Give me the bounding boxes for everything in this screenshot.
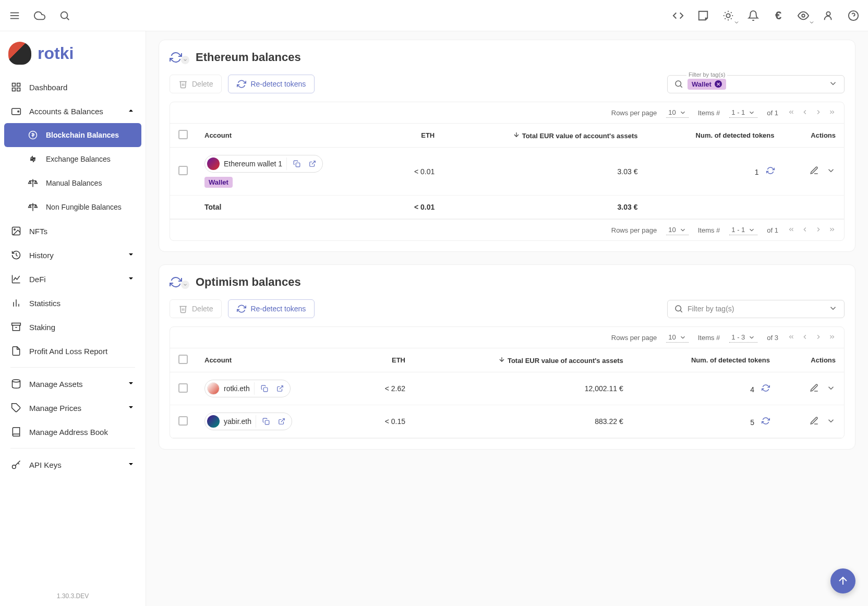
scroll-to-top-button[interactable]	[830, 568, 855, 593]
edit-icon[interactable]	[810, 416, 819, 427]
remove-tag-icon[interactable]: ✕	[715, 80, 722, 88]
notifications-icon[interactable]	[747, 9, 760, 22]
row-checkbox[interactable]	[178, 416, 188, 426]
refresh-tokens-icon[interactable]	[766, 168, 775, 176]
nav-defi[interactable]: DeFi	[4, 267, 141, 291]
nav-exchange-balances[interactable]: Exchange Balances	[4, 147, 141, 171]
chevron-down-icon[interactable]	[181, 281, 189, 289]
help-icon[interactable]	[847, 9, 860, 22]
delete-button[interactable]: Delete	[170, 75, 222, 93]
copy-icon[interactable]	[259, 383, 270, 394]
nav-accounts-balances[interactable]: Accounts & Balances	[4, 99, 141, 123]
privacy-icon[interactable]	[797, 9, 810, 22]
total-eur-value: 12,002.11 €	[414, 372, 632, 405]
first-page-icon[interactable]	[788, 226, 795, 235]
row-checkbox[interactable]	[178, 383, 188, 393]
last-page-icon[interactable]	[828, 226, 836, 235]
redetect-tokens-button[interactable]: Re-detect tokens	[228, 299, 315, 318]
user-icon[interactable]	[822, 9, 835, 22]
select-all-checkbox[interactable]	[178, 130, 188, 139]
chevron-down-icon[interactable]	[828, 304, 838, 314]
external-link-icon[interactable]	[307, 158, 318, 169]
delete-button[interactable]: Delete	[170, 299, 222, 318]
nav-statistics[interactable]: Statistics	[4, 291, 141, 315]
brand[interactable]: rotki	[0, 31, 146, 75]
chevron-down-icon[interactable]	[181, 56, 189, 64]
col-tokens[interactable]: Num. of detected tokens	[646, 124, 782, 148]
col-tokens[interactable]: Num. of detected tokens	[632, 348, 778, 372]
image-icon	[10, 225, 22, 237]
last-page-icon[interactable]	[828, 108, 836, 117]
edit-icon[interactable]	[810, 166, 819, 177]
first-page-icon[interactable]	[788, 108, 795, 117]
nav-manage-assets[interactable]: Manage Assets	[4, 372, 141, 396]
nav-dashboard[interactable]: Dashboard	[4, 75, 141, 99]
refresh-tokens-icon[interactable]	[762, 385, 770, 394]
chart-icon	[10, 273, 22, 285]
redetect-tokens-button[interactable]: Re-detect tokens	[228, 75, 315, 93]
last-page-icon[interactable]	[828, 333, 836, 342]
copy-icon[interactable]	[291, 158, 303, 169]
nav-label: Profit And Loss Report	[29, 347, 107, 356]
nav-nfts[interactable]: NFTs	[4, 219, 141, 243]
col-total-eur[interactable]: Total EUR value of account's assets	[414, 348, 632, 372]
items-range-select[interactable]: 1 - 3	[729, 332, 757, 343]
prev-page-icon[interactable]	[801, 333, 809, 342]
tag-filter-input[interactable]: Filter by tag(s)	[667, 300, 845, 318]
nav-label: Manage Prices	[29, 404, 81, 413]
prev-page-icon[interactable]	[801, 108, 809, 117]
expand-icon[interactable]	[826, 166, 836, 177]
refresh-tokens-icon[interactable]	[762, 418, 770, 427]
nav-manage-prices[interactable]: Manage Prices	[4, 396, 141, 420]
refresh-section-button[interactable]	[170, 51, 189, 64]
col-account[interactable]: Account	[196, 348, 356, 372]
nav-label: Accounts & Balances	[29, 107, 103, 116]
col-total-eur[interactable]: Total EUR value of account's assets	[443, 124, 646, 148]
nav-address-book[interactable]: Manage Address Book	[4, 420, 141, 444]
refresh-section-button[interactable]	[170, 275, 189, 289]
copy-icon[interactable]	[260, 416, 272, 427]
bar-icon	[10, 297, 22, 309]
filter-tag-chip[interactable]: Wallet✕	[688, 79, 726, 90]
col-eth[interactable]: ETH	[356, 348, 414, 372]
nav-history[interactable]: History	[4, 243, 141, 267]
items-range-select[interactable]: 1 - 1	[729, 225, 757, 235]
next-page-icon[interactable]	[815, 226, 822, 235]
nav-pnl[interactable]: Profit And Loss Report	[4, 339, 141, 363]
items-range-select[interactable]: 1 - 1	[729, 107, 757, 118]
select-all-checkbox[interactable]	[178, 355, 188, 364]
code-icon[interactable]	[672, 9, 684, 22]
external-link-icon[interactable]	[274, 383, 286, 394]
edit-icon[interactable]	[810, 383, 819, 394]
nav-api-keys[interactable]: API Keys	[4, 453, 141, 477]
nav-nft-balances[interactable]: Non Fungible Balances	[4, 195, 141, 219]
note-icon[interactable]	[697, 9, 709, 22]
nav-blockchain-balances[interactable]: Blockchain Balances	[4, 123, 141, 147]
chevron-down-icon[interactable]	[828, 79, 838, 90]
currency-icon[interactable]: €	[772, 9, 785, 22]
theme-icon[interactable]	[722, 9, 734, 22]
filter-placeholder: Filter by tag(s)	[688, 305, 824, 313]
rows-per-page-select[interactable]: 10	[666, 107, 688, 118]
first-page-icon[interactable]	[788, 333, 795, 342]
row-checkbox[interactable]	[178, 166, 188, 175]
col-eth[interactable]: ETH	[390, 124, 443, 148]
nav-label: Blockchain Balances	[46, 131, 119, 139]
database-icon	[10, 378, 22, 390]
tag-filter-input[interactable]: Filter by tag(s) Wallet✕	[667, 75, 845, 93]
nav-manual-balances[interactable]: Manual Balances	[4, 171, 141, 195]
cloud-icon[interactable]	[33, 9, 46, 22]
rows-per-page-select[interactable]: 10	[666, 225, 688, 235]
search-icon[interactable]	[58, 9, 71, 22]
next-page-icon[interactable]	[815, 108, 822, 117]
prev-page-icon[interactable]	[801, 226, 809, 235]
rows-per-page-select[interactable]: 10	[666, 332, 688, 343]
col-account[interactable]: Account	[196, 124, 390, 148]
menu-icon[interactable]	[8, 9, 21, 22]
next-page-icon[interactable]	[815, 333, 822, 342]
scale-icon	[27, 177, 39, 189]
expand-icon[interactable]	[826, 383, 836, 394]
external-link-icon[interactable]	[276, 416, 287, 427]
expand-icon[interactable]	[826, 416, 836, 427]
nav-staking[interactable]: Staking	[4, 315, 141, 339]
